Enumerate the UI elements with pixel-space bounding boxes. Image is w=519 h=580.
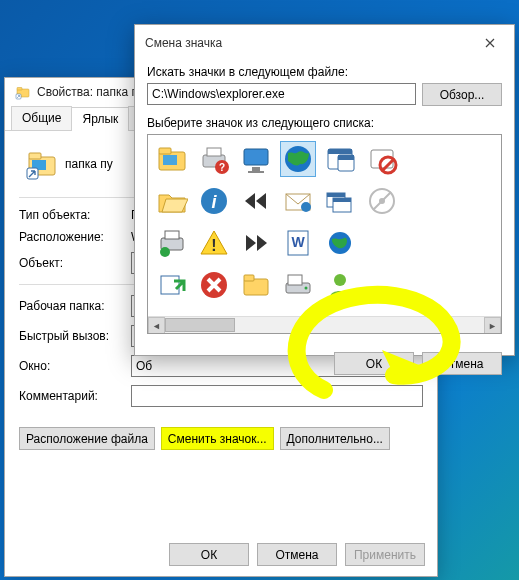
svg-rect-11: [207, 148, 221, 156]
icon-item[interactable]: [238, 267, 274, 303]
icon-item[interactable]: ?: [196, 141, 232, 177]
properties-title-text: Свойства: папка пу: [37, 85, 144, 99]
world-small-icon: [324, 227, 356, 259]
open-folder-icon: [156, 185, 188, 217]
svg-rect-21: [338, 155, 354, 160]
properties-ok-button[interactable]: ОК: [169, 543, 249, 566]
svg-rect-30: [327, 193, 345, 197]
red-x-icon: [198, 269, 230, 301]
svg-rect-43: [161, 276, 179, 294]
label-type: Тип объекта:: [19, 208, 131, 222]
icon-item[interactable]: [322, 267, 358, 303]
label-windowmode: Окно:: [19, 359, 131, 373]
folder-shortcut-icon: [15, 84, 31, 100]
close-icon: [485, 38, 495, 48]
change-icon-button[interactable]: Сменить значок...: [161, 427, 274, 450]
tab-shortcut[interactable]: Ярлык: [71, 107, 129, 131]
svg-rect-8: [159, 148, 171, 154]
icon-item[interactable]: [154, 225, 190, 261]
icon-item[interactable]: [322, 141, 358, 177]
printer-question-icon: ?: [198, 143, 230, 175]
svg-rect-4: [29, 153, 41, 159]
path-label: Искать значки в следующем файле:: [147, 65, 502, 79]
icon-item[interactable]: [154, 183, 190, 219]
tab-general[interactable]: Общие: [11, 106, 72, 130]
icon-item[interactable]: i: [196, 183, 232, 219]
monitor-icon: [240, 143, 272, 175]
svg-text:!: !: [211, 237, 216, 254]
icon-item[interactable]: !: [196, 225, 232, 261]
icon-item[interactable]: [280, 141, 316, 177]
user-green-icon: [324, 269, 356, 301]
label-workdir: Рабочая папка:: [19, 299, 131, 313]
network-printer-icon: [156, 227, 188, 259]
label-target: Объект:: [19, 256, 131, 270]
dialog-ok-button[interactable]: ОК: [334, 352, 414, 375]
properties-cancel-button[interactable]: Отмена: [257, 543, 337, 566]
svg-rect-16: [248, 171, 264, 173]
app-icon: [324, 143, 356, 175]
window-stack-icon: [324, 185, 356, 217]
properties-button-bar: ОК Отмена Применить: [169, 543, 425, 566]
svg-rect-15: [252, 167, 260, 171]
icon-item[interactable]: W: [280, 225, 316, 261]
icon-item[interactable]: [238, 141, 274, 177]
icon-item[interactable]: [154, 267, 190, 303]
svg-point-28: [301, 202, 311, 212]
scroll-track[interactable]: [165, 317, 484, 333]
svg-point-50: [334, 274, 346, 286]
dialog-button-bar: ОК Отмена: [135, 344, 514, 385]
svg-rect-1: [17, 88, 22, 91]
dialog-close-button[interactable]: [476, 33, 504, 53]
scroll-right-button[interactable]: ►: [484, 317, 501, 334]
icons-panel: ?i!W ◄ ►: [147, 134, 502, 334]
svg-text:?: ?: [219, 162, 225, 173]
icon-item[interactable]: [322, 225, 358, 261]
scroll-thumb[interactable]: [165, 318, 235, 332]
dialog-cancel-button[interactable]: Отмена: [422, 352, 502, 375]
dialog-title-text: Смена значка: [145, 36, 222, 50]
icon-item[interactable]: [196, 267, 232, 303]
browse-button[interactable]: Обзор...: [422, 83, 502, 106]
icon-path-input[interactable]: [147, 83, 416, 105]
warning-triangle-icon: !: [198, 227, 230, 259]
advanced-button[interactable]: Дополнительно...: [280, 427, 390, 450]
icons-grid: ?i!W: [154, 141, 414, 303]
disc-disabled-icon: [366, 185, 398, 217]
forward-icon: [240, 227, 272, 259]
icon-item[interactable]: [364, 183, 400, 219]
svg-rect-9: [163, 155, 177, 165]
rewind-icon: [240, 185, 272, 217]
svg-rect-37: [165, 231, 179, 239]
shortcut-large-icon: [19, 141, 65, 187]
actions-row: Расположение файла Сменить значок... Доп…: [19, 427, 423, 450]
svg-rect-14: [244, 149, 268, 165]
drive-icon: [282, 269, 314, 301]
folder-icon: [156, 143, 188, 175]
svg-text:W: W: [291, 234, 305, 250]
horizontal-scrollbar[interactable]: ◄ ►: [148, 316, 501, 333]
icon-item: [364, 267, 400, 303]
icon-item[interactable]: [154, 141, 190, 177]
properties-apply-button[interactable]: Применить: [345, 543, 425, 566]
icon-item[interactable]: [364, 141, 400, 177]
page-w-icon: W: [282, 227, 314, 259]
simple-folder-icon: [240, 269, 272, 301]
info-icon: i: [198, 185, 230, 217]
icon-item[interactable]: [322, 183, 358, 219]
svg-rect-32: [333, 198, 351, 202]
dialog-body: Искать значки в следующем файле: Обзор..…: [135, 61, 514, 344]
label-hotkey: Быстрый вызов:: [19, 329, 131, 343]
svg-point-38: [160, 247, 170, 257]
svg-line-35: [373, 192, 391, 210]
comment-input[interactable]: [131, 385, 423, 407]
icon-item[interactable]: [280, 267, 316, 303]
icon-item[interactable]: [238, 225, 274, 261]
file-location-button[interactable]: Расположение файла: [19, 427, 155, 450]
svg-rect-46: [244, 275, 254, 281]
svg-rect-48: [288, 275, 302, 285]
scroll-left-button[interactable]: ◄: [148, 317, 165, 334]
icon-item[interactable]: [238, 183, 274, 219]
icon-item[interactable]: [280, 183, 316, 219]
icon-item: [364, 225, 400, 261]
